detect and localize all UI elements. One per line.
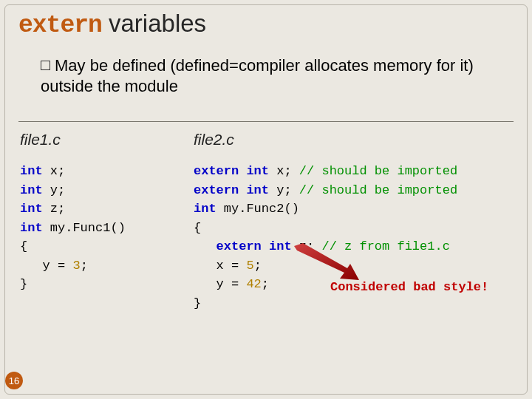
- file2-column: file2.c extern int x; // should be impor…: [194, 128, 512, 313]
- page-number-badge: 16: [5, 372, 23, 389]
- file1-code: int x; int y; int z; int my.Func1() { y …: [20, 162, 186, 294]
- files-row: file1.c int x; int y; int z; int my.Func…: [18, 128, 514, 313]
- bullet-line1: May be defined (defined=compiler allocat…: [55, 56, 474, 75]
- bullet-square-icon: [41, 61, 50, 70]
- title-rest: variables: [102, 10, 206, 37]
- file2-name: file2.c: [194, 131, 512, 149]
- slide-frame: extern variables May be defined (defined…: [4, 4, 528, 395]
- bullet-text: May be defined (defined=compiler allocat…: [41, 55, 514, 96]
- file1-column: file1.c int x; int y; int z; int my.Func…: [20, 128, 186, 313]
- page-number: 16: [9, 375, 19, 386]
- divider: [18, 121, 514, 122]
- file1-name: file1.c: [20, 131, 186, 149]
- title-keyword: extern: [18, 12, 102, 39]
- slide-title: extern variables: [18, 10, 514, 39]
- bullet-line2: outside the module: [41, 77, 178, 95]
- bad-style-label: Considered bad style!: [330, 280, 488, 294]
